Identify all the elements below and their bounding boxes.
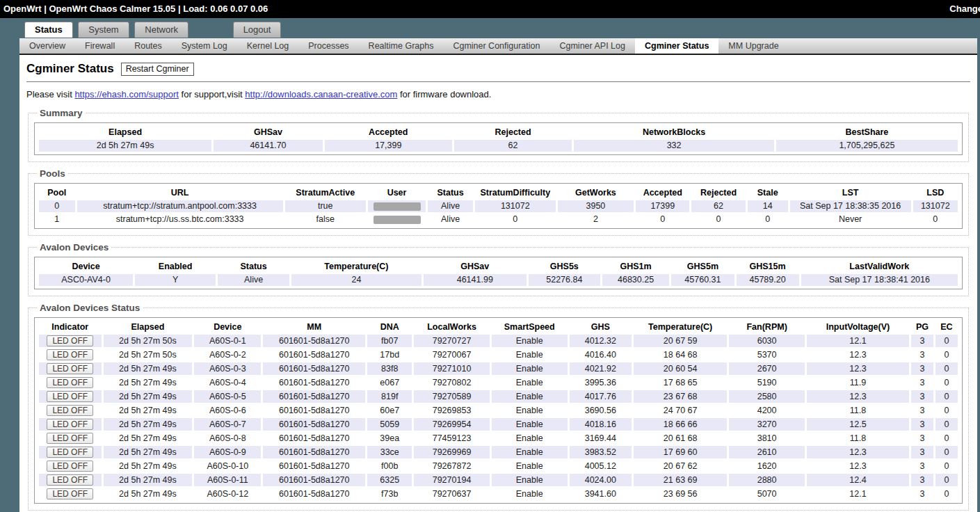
tab-logout[interactable]: Logout [233,22,282,38]
led-off-button[interactable]: LED OFF [47,377,93,388]
restart-cgminer-button[interactable]: Restart Cgminer [121,63,194,76]
table-cell: 0 [935,376,958,389]
led-off-button[interactable]: LED OFF [47,419,93,430]
subtab-cgminer-api-log[interactable]: Cgminer API Log [549,38,635,54]
led-off-button[interactable]: LED OFF [47,433,93,444]
support-link[interactable]: https://ehash.com/support [74,89,179,99]
table-cell: LED OFF [39,488,102,500]
table-cell: 2d 5h 27m 49s [39,140,211,152]
table-cell: 11.8 [807,404,909,417]
pools-table: PoolURLStratumActiveUserStatusStratumDif… [37,185,960,227]
table-cell: 46141.70 [214,140,323,152]
firmware-download-link[interactable]: http://downloads.canaan-creative.com [245,89,397,99]
table-cell: 601601-5d8a1270 [263,335,365,347]
table-row: LED OFF2d 5h 27m 49sA60S-0-9601601-5d8a1… [39,446,958,458]
table-cell: 3 [911,418,933,431]
table-cell: 79270194 [414,474,490,486]
table-row: ASC0-AV4-0YAlive2446141.9952276.8446830.… [39,274,958,286]
subtab-cgminer-status[interactable]: Cgminer Status [635,38,718,54]
table-cell: Enable [492,349,568,361]
table-cell: 0 [39,200,75,212]
table-cell: 79270067 [414,349,490,361]
table-cell: A60S-0-1 [194,335,261,347]
table-cell: 18 66 66 [634,418,727,431]
table-cell: 3690.56 [570,404,632,417]
avalon-devices-status-section: Avalon Devices Status IndicatorElapsedDe… [28,303,969,511]
column-header: MM [263,321,365,333]
table-cell: Enable [492,488,568,500]
table-cell: LED OFF [39,418,102,431]
subtab-cgminer-configuration[interactable]: Cgminer Configuration [443,38,549,54]
notice-text: Please visit [26,89,74,99]
table-cell: 0 [935,474,958,486]
table-cell: A60S-0-10 [194,460,261,472]
table-cell: 601601-5d8a1270 [263,460,365,472]
led-off-button[interactable]: LED OFF [47,363,93,374]
table-cell: Enable [492,474,568,486]
tab-system[interactable]: System [78,22,129,38]
led-off-button[interactable]: LED OFF [47,461,93,472]
led-off-button[interactable]: LED OFF [47,349,93,360]
table-cell: 0 [748,214,788,225]
table-row: 1stratum+tcp://us.ss.btc.com:3333falseAl… [39,214,958,225]
table-cell: 0 [475,214,556,225]
main-content: Cgminer Status Restart Cgminer Please vi… [19,55,977,512]
table-row: LED OFF2d 5h 27m 50sA60S-0-2601601-5d8a1… [39,349,958,361]
table-cell: 3810 [729,432,805,445]
tab-network[interactable]: Network [134,22,188,38]
subtab-system-log[interactable]: System Log [172,38,237,54]
page-title-row: Cgminer Status Restart Cgminer [26,61,970,82]
summary-legend: Summary [37,108,86,118]
led-off-button[interactable]: LED OFF [47,447,93,458]
column-header: GHSav [214,126,323,138]
table-cell: 4012.32 [570,335,632,347]
table-cell: Enable [492,418,568,431]
table-cell: 0 [935,460,958,472]
table-cell: 62 [454,140,572,152]
column-header: Rejected [454,126,572,138]
subtab-kernel-log[interactable]: Kernel Log [237,38,298,54]
sub-nav: Overview Firewall Routes System Log Kern… [19,38,977,55]
table-row: LED OFF2d 5h 27m 49sA60S-0-7601601-5d8a1… [39,418,958,431]
column-header: Pool [39,186,75,199]
table-row: LED OFF2d 5h 27m 49sA60S-0-12601601-5d8a… [39,488,958,500]
subtab-realtime-graphs[interactable]: Realtime Graphs [359,38,444,54]
table-cell: 2d 5h 27m 49s [104,404,193,417]
table-cell: A60S-0-4 [194,376,261,389]
header-row: ElapsedGHSavAcceptedRejectedNetworkBlock… [39,126,958,138]
table-cell: 4200 [729,404,805,417]
column-header: DNA [367,321,412,333]
subtab-processes[interactable]: Processes [298,38,358,54]
column-header: Status [428,186,472,199]
led-off-button[interactable]: LED OFF [47,488,93,499]
column-header: LastValidWork [801,260,958,273]
tab-status[interactable]: Status [24,22,73,38]
table-cell: e067 [367,376,412,389]
table-cell: LED OFF [39,376,102,389]
table-cell: 20 60 54 [634,362,727,375]
led-off-button[interactable]: LED OFF [47,335,93,346]
header-row: DeviceEnabledStatusTemperature(C)GHSavGH… [39,260,958,273]
led-off-button[interactable]: LED OFF [47,391,93,402]
subtab-firewall[interactable]: Firewall [75,38,124,54]
column-header: NetworkBlocks [574,126,773,138]
table-cell: 45789.20 [737,274,799,286]
table-cell: 601601-5d8a1270 [263,474,365,486]
table-cell: A60S-0-3 [194,362,261,375]
summary-table-box: ElapsedGHSavAcceptedRejectedNetworkBlock… [34,122,963,155]
subtab-overview[interactable]: Overview [19,38,75,54]
changes-indicator[interactable]: Change [949,0,980,18]
table-cell: 1 [39,214,75,225]
column-header: Rejected [691,186,745,199]
column-header: Accepted [325,126,452,138]
led-off-button[interactable]: LED OFF [47,405,93,416]
column-header: Stale [748,186,788,199]
subtab-routes[interactable]: Routes [124,38,172,54]
table-cell: Enable [492,335,568,347]
table-cell: 79269954 [414,418,490,431]
table-cell: A60S-0-5 [194,390,261,403]
table-row: LED OFF2d 5h 27m 50sA60S-0-1601601-5d8a1… [39,335,958,347]
led-off-button[interactable]: LED OFF [47,474,93,486]
subtab-mm-upgrade[interactable]: MM Upgrade [718,38,788,54]
table-cell: stratum+tcp://stratum.antpool.com:3333 [77,200,283,212]
